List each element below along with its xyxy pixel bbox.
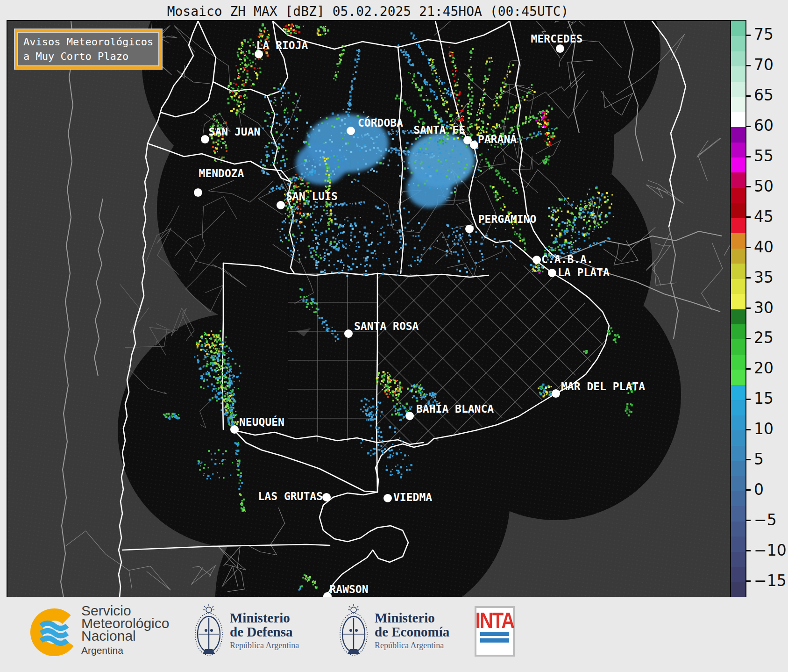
city-label: LAS GRUTAS: [258, 490, 323, 502]
city-dot: [383, 494, 392, 502]
radar-map: LA RIOJAMERCEDESSAN JUANCÓRDOBASANTA FEP…: [7, 20, 731, 598]
warning-line2: a Muy Corto Plazo: [23, 49, 153, 64]
colorbar-tick-label: 50: [754, 177, 774, 195]
colorbar-tick: [745, 520, 751, 521]
colorbar-segment: [731, 279, 745, 294]
colorbar-segment: [731, 66, 745, 82]
city-label: SAN LUIS: [286, 190, 338, 202]
city-label: LA PLATA: [558, 266, 610, 279]
city-dot: [465, 225, 474, 233]
colorbar-segment: [731, 476, 745, 491]
economia-crest-icon: [337, 602, 370, 666]
city-dot: [556, 44, 564, 53]
smn-logo-icon: [30, 606, 78, 658]
colorbar-tick: [745, 338, 751, 339]
colorbar-segment: [731, 491, 745, 506]
map-canvas: LA RIOJAMERCEDESSAN JUANCÓRDOBASANTA FEP…: [7, 21, 730, 597]
colorbar-segment: [731, 324, 745, 339]
colorbar-tick: [745, 489, 751, 491]
warning-line1: Avisos Meteorológicos: [23, 35, 153, 49]
city-dot: [552, 389, 560, 398]
colorbar-segment: [731, 536, 745, 552]
smn-line1: Servicio: [81, 604, 169, 617]
smn-line3: Nacional: [81, 629, 169, 642]
colorbar-segment: [731, 248, 745, 264]
colorbar-segment: [731, 339, 745, 355]
coat-of-arms-icon: [192, 602, 225, 664]
colorbar-segment: [731, 172, 745, 188]
colorbar-segment: [731, 460, 745, 476]
smn-sub: Argentina: [81, 645, 169, 656]
colorbar-tick: [745, 186, 751, 187]
city-dot: [405, 412, 414, 420]
smn-logo: [30, 606, 78, 660]
defensa-text: Ministerio de Defensa República Argentin…: [230, 611, 299, 651]
colorbar-tick: [745, 247, 751, 248]
colorbar: [730, 20, 746, 598]
colorbar-segment: [731, 157, 745, 172]
colorbar-segment: [731, 370, 745, 385]
economia-sub: República Argentina: [375, 641, 449, 651]
inta-label: INTA: [476, 609, 514, 631]
city-label: RAWSON: [329, 583, 368, 595]
dot-texture: [7, 21, 730, 597]
city-label: MENDOZA: [199, 167, 244, 179]
colorbar-tick-label: 0: [754, 480, 764, 499]
colorbar-segment: [731, 127, 745, 142]
colorbar-tick: [745, 35, 751, 36]
city-label: MAR DEL PLATA: [561, 380, 645, 393]
city-dot: [470, 141, 478, 149]
colorbar-tick-label: 45: [754, 207, 774, 226]
economia-line1: Ministerio: [375, 611, 449, 625]
colorbar-segment: [731, 521, 745, 536]
colorbar-tick-label: 25: [754, 329, 774, 347]
colorbar-segment: [731, 142, 745, 157]
colorbar-segment: [731, 385, 745, 400]
colorbar-segment: [731, 506, 745, 522]
colorbar-segment: [731, 263, 745, 279]
colorbar-tick: [745, 156, 751, 157]
city-dot: [230, 425, 239, 434]
inta-bar-2: [480, 638, 509, 643]
city-label: C.A.B.A.: [541, 253, 593, 265]
colorbar-segment: [731, 566, 745, 582]
colorbar-segment: [731, 293, 745, 309]
city-dot: [194, 188, 202, 197]
colorbar-segment: [731, 36, 745, 51]
city-label: SAN JUAN: [209, 126, 261, 138]
city-dot: [548, 269, 556, 277]
city-label: MERCEDES: [531, 33, 583, 45]
colorbar-segment: [731, 309, 745, 324]
colorbar-segment: [731, 445, 745, 461]
city-label: VIEDMA: [393, 491, 432, 503]
defensa-crest-icon: [192, 602, 225, 666]
colorbar-segment: [731, 203, 745, 218]
defensa-line1: Ministerio: [230, 611, 299, 625]
city-label: PERGAMINO: [478, 213, 537, 225]
page-title: Mosaico ZH MAX [dBZ] 05.02.2025 21:45HOA…: [7, 4, 729, 19]
colorbar-tick-label: 40: [754, 238, 774, 256]
inta-logo: INTA: [475, 606, 515, 657]
colorbar-tick: [745, 580, 751, 582]
city-label: SANTA ROSA: [354, 320, 419, 332]
smn-text: Servicio Meteorológico Nacional Argentin…: [81, 604, 169, 656]
radar-mosaic-figure: Mosaico ZH MAX [dBZ] 05.02.2025 21:45HOA…: [0, 0, 788, 672]
colorbar-tick: [745, 65, 751, 66]
colorbar-tick-label: 55: [754, 147, 774, 165]
colorbar-tick-label: 30: [754, 299, 774, 317]
colorbar-tick-label: 10: [754, 420, 774, 438]
colorbar-tick-label: 15: [754, 389, 774, 407]
colorbar-segment: [731, 551, 745, 567]
colorbar-segment: [731, 187, 745, 203]
colorbar-tick: [745, 216, 751, 218]
city-label: CÓRDOBA: [358, 116, 403, 129]
colorbar-tick-label: −10: [754, 541, 787, 559]
colorbar-tick-label: 75: [754, 25, 774, 43]
colorbar-segment: [731, 97, 745, 112]
colorbar-segment: [731, 400, 745, 415]
colorbar-tick: [745, 307, 751, 309]
colorbar-tick-label: 35: [754, 268, 774, 286]
city-label: LA RIOJA: [256, 39, 308, 51]
economia-text: Ministerio de Economía República Argenti…: [375, 611, 449, 651]
city-dot: [201, 135, 209, 143]
